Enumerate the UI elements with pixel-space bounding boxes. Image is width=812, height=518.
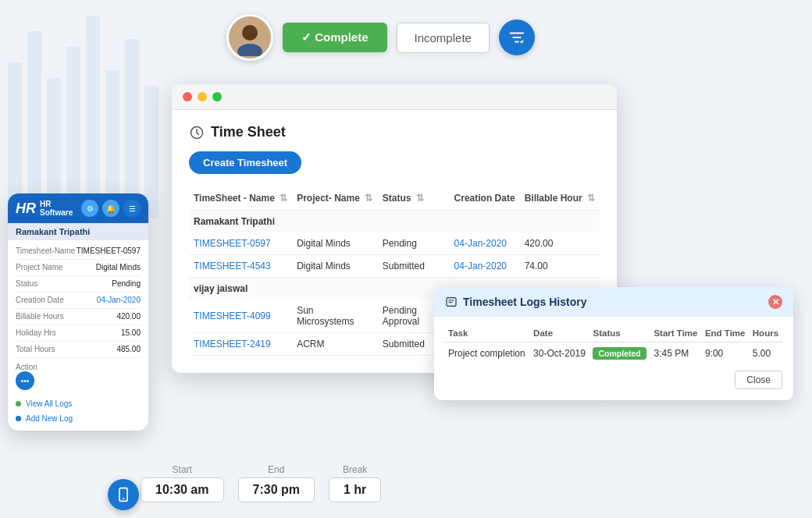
logs-col-date: Date bbox=[530, 325, 589, 342]
bottom-strip: Start 10:30 am End 7:30 pm Break 1 hr bbox=[141, 464, 381, 502]
menu-dot-icon bbox=[16, 401, 21, 406]
status-cell: Pending bbox=[378, 232, 450, 255]
logs-col-start: Start Time bbox=[650, 325, 701, 342]
start-time-item: Start 10:30 am bbox=[141, 464, 224, 502]
project-cell: Sun Microsystems bbox=[292, 300, 378, 333]
ts-name-cell: TIMESHEET-4099 bbox=[189, 300, 292, 333]
col-date: Creation Date bbox=[450, 186, 520, 211]
date-cell: 04-Jan-2020 bbox=[450, 255, 520, 278]
filter-button[interactable] bbox=[499, 20, 535, 55]
mobile-field-row: Billable Hours 420.00 bbox=[16, 312, 141, 321]
phone-icon bbox=[116, 487, 131, 502]
mobile-user-name: Ramakant Tripathi bbox=[8, 223, 148, 240]
top-action-bar: ✓ Complete Incomplete bbox=[226, 14, 535, 61]
logs-col-hours: Hours bbox=[750, 325, 782, 342]
mobile-header-icons: ⚙ 🔔 ☰ bbox=[81, 200, 141, 217]
settings-icon[interactable]: ⚙ bbox=[81, 200, 98, 217]
svg-rect-1 bbox=[27, 31, 41, 218]
log-task: Project completion bbox=[445, 342, 530, 365]
mobile-field-row: Total Hours 485.00 bbox=[16, 345, 141, 353]
col-project: Project- Name ⇅ bbox=[292, 186, 378, 211]
logs-body: Task Date Status Start Time End Time Hou… bbox=[434, 317, 793, 364]
incomplete-button[interactable]: Incomplete bbox=[397, 23, 490, 53]
mobile-field-value: Digital Minds bbox=[96, 263, 141, 271]
logs-footer: Close bbox=[434, 364, 793, 389]
filter-icon bbox=[508, 29, 525, 46]
end-value: 7:30 pm bbox=[238, 477, 315, 502]
mobile-action-label: Action bbox=[16, 363, 141, 371]
status-cell: Submitted bbox=[378, 255, 450, 278]
minimize-dot[interactable] bbox=[198, 92, 207, 101]
svg-rect-4 bbox=[86, 16, 100, 218]
expand-dot[interactable] bbox=[212, 92, 222, 101]
logs-title: Timesheet Logs History bbox=[445, 296, 586, 308]
window-titlebar bbox=[172, 84, 617, 110]
svg-rect-6 bbox=[125, 39, 139, 218]
phone-fab-button[interactable] bbox=[108, 479, 139, 510]
logs-panel-header: Timesheet Logs History ✕ bbox=[434, 287, 793, 317]
menu-icon[interactable]: ☰ bbox=[123, 200, 141, 217]
menu-item-label: Add New Log bbox=[26, 414, 73, 423]
timesheet-title: Time Sheet bbox=[189, 124, 600, 140]
mobile-field-label: Status bbox=[16, 279, 37, 288]
mobile-menu-item[interactable]: Add New Log bbox=[16, 411, 141, 426]
mobile-field-label: Project Name bbox=[16, 263, 63, 271]
svg-rect-12 bbox=[447, 298, 456, 307]
mobile-header: HR HR Software ⚙ 🔔 ☰ bbox=[8, 193, 148, 223]
end-label: End bbox=[238, 464, 315, 475]
start-value: 10:30 am bbox=[141, 477, 224, 502]
mobile-field-value: Pending bbox=[112, 279, 141, 288]
log-end: 9:00 bbox=[702, 342, 750, 365]
log-start: 3:45 PM bbox=[650, 342, 701, 365]
col-ts-name: TimeSheet - Name ⇅ bbox=[189, 186, 292, 211]
mobile-body: Timesheet-Name TIMESHEET-0597 Project Na… bbox=[8, 240, 148, 396]
col-status: Status ⇅ bbox=[378, 186, 450, 211]
date-cell: 04-Jan-2020 bbox=[450, 232, 520, 255]
logs-row: Project completion 30-Oct-2019 Completed… bbox=[445, 342, 782, 365]
menu-item-label: View All Logs bbox=[26, 399, 72, 408]
mobile-field-row: Timesheet-Name TIMESHEET-0597 bbox=[16, 247, 141, 255]
logo-icon: HR bbox=[16, 200, 36, 217]
log-status: Completed bbox=[589, 342, 650, 365]
logs-col-task: Task bbox=[445, 325, 530, 342]
user-avatar bbox=[226, 14, 273, 61]
svg-point-14 bbox=[123, 498, 124, 499]
mobile-field-label: Creation Date bbox=[16, 296, 64, 304]
clock-icon bbox=[189, 125, 205, 140]
break-label: Break bbox=[329, 464, 381, 475]
ts-name-cell: TIMESHEET-4543 bbox=[189, 255, 292, 278]
mobile-field-value: 04-Jan-2020 bbox=[97, 296, 141, 304]
log-hours: 5.00 bbox=[750, 342, 782, 365]
mobile-field-label: Billable Hours bbox=[16, 312, 64, 321]
complete-button[interactable]: ✓ Complete bbox=[283, 23, 387, 52]
close-dot[interactable] bbox=[183, 92, 192, 101]
mobile-field-row: Project Name Digital Minds bbox=[16, 263, 141, 271]
mobile-logo: HR HR Software bbox=[16, 200, 81, 217]
close-logs-button[interactable]: Close bbox=[735, 371, 782, 389]
mobile-menu-item[interactable]: View All Logs bbox=[16, 396, 141, 411]
table-row[interactable]: TIMESHEET-0597 Digital Minds Pending 04-… bbox=[189, 232, 600, 255]
logs-close-button[interactable]: ✕ bbox=[768, 295, 782, 309]
table-row[interactable]: TIMESHEET-4543 Digital Minds Submitted 0… bbox=[189, 255, 600, 278]
create-timesheet-button[interactable]: Create Timesheet bbox=[189, 151, 301, 174]
logs-table: Task Date Status Start Time End Time Hou… bbox=[445, 325, 782, 364]
mobile-panel: HR HR Software ⚙ 🔔 ☰ Ramakant Tripathi T… bbox=[8, 193, 148, 431]
table-group-row: Ramakant Tripathi bbox=[189, 211, 600, 233]
logs-panel: Timesheet Logs History ✕ Task Date Statu… bbox=[434, 287, 793, 400]
logs-col-status: Status bbox=[589, 325, 650, 342]
hours-cell: 420.00 bbox=[520, 232, 600, 255]
start-label: Start bbox=[141, 464, 224, 475]
mobile-field-label: Total Hours bbox=[16, 345, 55, 353]
project-cell: Digital Minds bbox=[292, 255, 378, 278]
project-cell: ACRM bbox=[292, 333, 378, 356]
mobile-field-label: Timesheet-Name bbox=[16, 247, 75, 255]
mobile-field-value: 420.00 bbox=[116, 312, 141, 321]
mobile-field-label: Holiday Hrs bbox=[16, 328, 56, 337]
mobile-menu-items: View All LogsAdd New Log bbox=[8, 396, 148, 431]
mobile-action-row: Action ••• bbox=[16, 363, 141, 390]
menu-dot-icon bbox=[16, 416, 21, 421]
mobile-field-row: Status Pending bbox=[16, 279, 141, 288]
notification-icon[interactable]: 🔔 bbox=[102, 200, 119, 217]
mobile-action-menu[interactable]: ••• bbox=[16, 371, 34, 390]
mobile-field-value: 15.00 bbox=[121, 328, 141, 337]
